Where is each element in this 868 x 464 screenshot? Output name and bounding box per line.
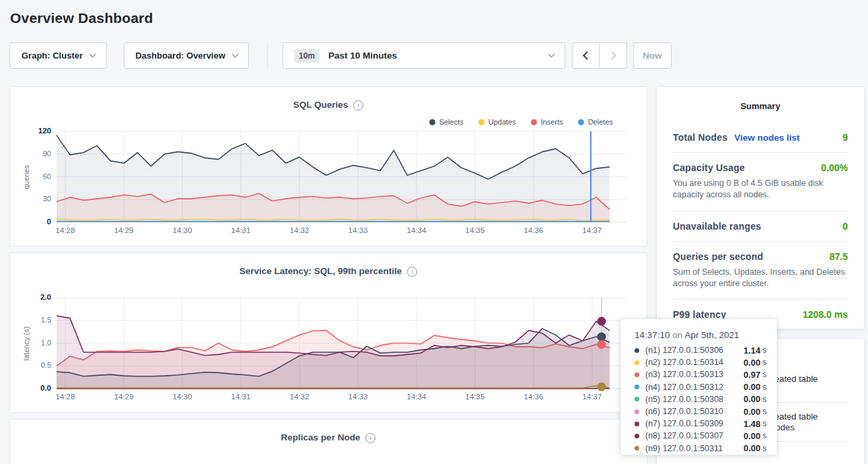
summary-row-title: Capacity Usage — [673, 162, 745, 173]
node-latency-unit: s — [762, 431, 766, 440]
node-latency-unit: s — [762, 407, 766, 416]
x-axis-tick: 14:30 — [162, 226, 203, 234]
legend-dot — [578, 119, 584, 125]
node-color-dot — [635, 385, 639, 389]
x-axis-tick: 14:36 — [513, 393, 554, 401]
node-address: (n7) 127.0.0.1:50309 — [645, 419, 744, 428]
time-arrows — [572, 42, 627, 69]
node-latency-value: 0.00 — [744, 407, 760, 417]
panel-replicas-per-node: Replicas per Node — [9, 419, 647, 464]
legend-dot — [531, 119, 537, 125]
legend-item-selects[interactable]: Selects — [429, 118, 464, 126]
x-axis-tick: 14:29 — [104, 393, 144, 401]
chart-title: Replicas per Node — [281, 432, 361, 443]
summary-row-title: Queries per second — [673, 251, 763, 262]
node-address: (n6) 127.0.0.1:50310 — [645, 407, 744, 416]
tooltip-row: (n1) 127.0.0.1:503061.14s — [635, 344, 776, 356]
legend-item-inserts[interactable]: Inserts — [531, 118, 563, 126]
chart-title-row: Replicas per Node — [10, 420, 647, 443]
x-axis-tick: 14:29 — [104, 226, 144, 234]
y-axis-tick: 2.0 — [23, 292, 51, 302]
x-axis-tick: 14:35 — [455, 226, 495, 234]
node-latency-unit: s — [762, 419, 766, 428]
info-icon[interactable] — [353, 100, 363, 110]
dashboard-dropdown[interactable]: Dashboard: Overview — [124, 42, 249, 69]
y-axis-tick: 30 — [23, 194, 51, 204]
summary-panel: Summary Total NodesView nodes list9Capac… — [656, 86, 865, 329]
summary-header: Summary — [673, 87, 848, 123]
x-axis-tick: 14:32 — [279, 226, 320, 234]
legend-label: Deletes — [588, 118, 613, 126]
x-axis-tick: 14:33 — [338, 393, 378, 401]
node-latency-value: 0.97 — [744, 370, 760, 380]
panel-service-latency: Service Latency: SQL, 99th percentile 0.… — [9, 253, 647, 413]
chevron-down-icon — [231, 51, 238, 58]
y-axis-label: latency (s) — [22, 326, 30, 360]
tooltip-row: (n8) 127.0.0.1:503070.00s — [635, 430, 776, 442]
x-axis-tick: 14:30 — [162, 393, 203, 401]
summary-row-head: Unavailable ranges0 — [673, 221, 848, 232]
legend-item-updates[interactable]: Updates — [478, 118, 516, 126]
node-latency-value: 0.00 — [744, 443, 760, 453]
chart-title-row: SQL Queries — [10, 87, 647, 110]
y-axis-tick: 120 — [23, 126, 51, 136]
node-latency-unit: s — [762, 395, 766, 404]
tooltip-row: (n4) 127.0.0.1:503120.00s — [635, 381, 776, 393]
graph-dropdown[interactable]: Graph: Cluster — [9, 42, 107, 69]
time-range-badge: 10m — [294, 49, 320, 63]
node-latency-unit: s — [762, 444, 766, 453]
legend-item-deletes[interactable]: Deletes — [578, 118, 613, 126]
chevron-right-icon — [608, 51, 616, 60]
info-icon[interactable] — [407, 267, 417, 277]
y-axis-label: queries — [22, 164, 30, 189]
summary-row-value: 0 — [842, 221, 848, 232]
summary-row-head: Total NodesView nodes list9 — [673, 132, 848, 143]
summary-row-value: 9 — [842, 132, 848, 143]
info-icon[interactable] — [365, 433, 375, 443]
tooltip-row: (n9) 127.0.0.1:503110.00s — [635, 442, 776, 455]
view-nodes-list-link[interactable]: View nodes list — [734, 133, 799, 143]
x-axis-tick: 14:28 — [45, 226, 85, 234]
tooltip-row: (n7) 127.0.0.1:503091.48s — [635, 418, 776, 430]
node-color-dot — [635, 348, 639, 353]
summary-row-head: Queries per second87.5 — [673, 251, 848, 262]
tooltip-row: (n2) 127.0.0.1:503140.00s — [635, 356, 776, 368]
node-address: (n2) 127.0.0.1:50314 — [645, 358, 744, 367]
node-latency-value: 0.00 — [744, 358, 760, 368]
node-address: (n3) 127.0.0.1:50313 — [645, 370, 744, 379]
time-range-dropdown[interactable]: 10m Past 10 Minutes — [283, 42, 565, 69]
x-axis-tick: 14:31 — [221, 393, 261, 401]
node-color-dot — [635, 446, 639, 451]
chevron-left-icon — [583, 51, 591, 60]
tooltip-date: Apr 5th, 2021 — [684, 330, 739, 340]
node-color-dot — [635, 397, 639, 401]
summary-row: Total NodesView nodes list9 — [673, 123, 848, 152]
summary-row-value: 87.5 — [830, 251, 848, 262]
y-axis-tick: 0.0 — [23, 383, 51, 393]
node-address: (n1) 127.0.0.1:50306 — [645, 345, 744, 355]
chevron-down-icon — [89, 51, 96, 58]
node-color-dot — [635, 409, 639, 414]
summary-row: Capacity Usage0.00%You are using 0 B of … — [673, 152, 848, 211]
summary-row-description: You are using 0 B of 4.5 GiB usable disk… — [673, 178, 848, 201]
page: Overview Dashboard Graph: Cluster Dashbo… — [0, 10, 868, 464]
y-axis-tick: 0.5 — [23, 360, 51, 370]
graph-dropdown-label: Graph: Cluster — [22, 51, 83, 61]
legend-label: Inserts — [541, 118, 563, 126]
summary-row: Queries per second87.5Sum of Selects, Up… — [673, 241, 848, 300]
legend-label: Updates — [489, 118, 516, 126]
panel-sql-queries: SQL Queries SelectsUpdatesInsertsDeletes… — [9, 86, 647, 246]
tooltip-timestamp: 14:37:10 on Apr 5th, 2021 — [635, 330, 776, 340]
tooltip-time: 14:37:10 — [635, 330, 670, 340]
now-button[interactable]: Now — [633, 42, 672, 69]
chart-title-row: Service Latency: SQL, 99th percentile — [10, 253, 647, 277]
tooltip-connector: on — [672, 330, 682, 340]
node-latency-value: 1.48 — [744, 419, 760, 429]
time-prev-button[interactable] — [572, 42, 600, 69]
node-address: (n8) 127.0.0.1:50307 — [645, 431, 744, 440]
node-latency-value: 0.00 — [744, 382, 760, 392]
time-next-button[interactable] — [600, 42, 627, 69]
legend-dot — [429, 119, 435, 125]
sql-queries-chart[interactable]: 0306090120queries14:2814:2914:3014:3114:… — [57, 131, 627, 222]
service-latency-chart[interactable]: 0.00.51.01.52.0latency (s)14:2814:2914:3… — [57, 298, 627, 389]
